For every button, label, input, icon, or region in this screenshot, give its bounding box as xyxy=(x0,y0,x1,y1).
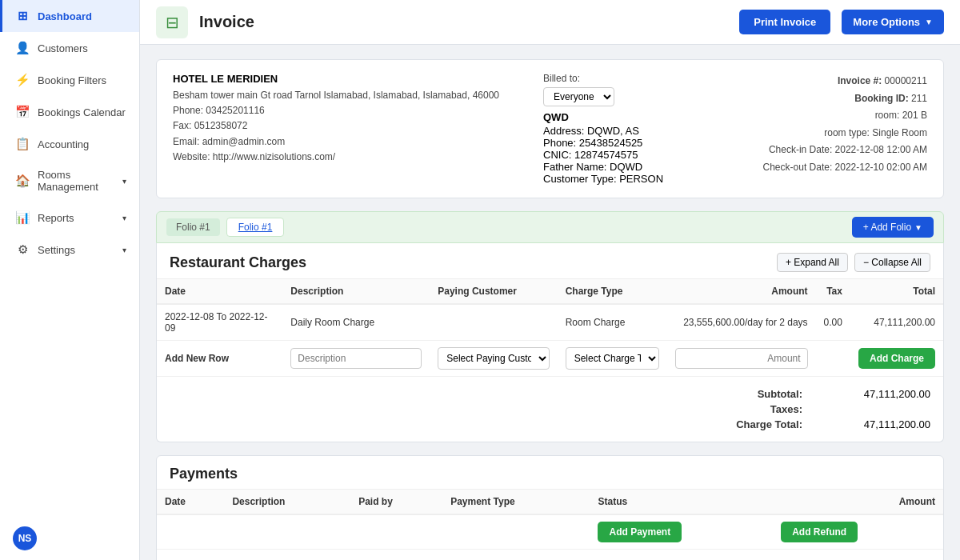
print-invoice-button[interactable]: Print Invoice xyxy=(739,10,830,34)
charges-table: Date Description Paying Customer Charge … xyxy=(157,279,943,377)
add-refund-button[interactable]: Add Refund xyxy=(781,522,858,542)
charge-type: Room Charge xyxy=(558,304,668,341)
taxes-value xyxy=(834,403,930,415)
pay-col-date: Date xyxy=(157,490,224,514)
booking-id-label: Booking ID: xyxy=(854,93,908,104)
sidebar-label-customers: Customers xyxy=(38,42,88,54)
payment-actions-row: Add Payment Add Refund xyxy=(157,514,943,550)
amount-input[interactable] xyxy=(675,348,807,369)
booking-id-row: Booking ID: 211 xyxy=(719,90,927,108)
charges-title: Restaurant Charges xyxy=(170,254,306,271)
charge-paying-customer xyxy=(430,304,557,341)
col-paying-customer: Paying Customer xyxy=(430,279,557,304)
sidebar-item-reports[interactable]: 📊 Reports ▾ xyxy=(0,202,139,234)
page-title: Invoice xyxy=(199,13,728,31)
room-type-row: room type: Single Room xyxy=(719,125,927,142)
chevron-icon: ▾ xyxy=(122,246,126,254)
charge-tax: 0.00 xyxy=(816,304,850,341)
payment-total-row: Payment Total: 0.00 xyxy=(157,550,943,560)
charges-section: Restaurant Charges + Expand All − Collap… xyxy=(156,243,944,442)
sidebar-item-dashboard[interactable]: ⊞ Dashboard xyxy=(0,0,139,32)
customer-address: Address: DQWD, AS xyxy=(543,125,703,137)
folio-tab-link[interactable]: Folio #1 xyxy=(226,218,285,237)
add-charge-cell: Add Charge xyxy=(850,341,943,377)
checkin-row: Check-in Date: 2022-12-08 12:00 AM xyxy=(719,142,927,159)
sidebar-item-booking-filters[interactable]: ⚡ Booking Filters xyxy=(0,64,139,96)
add-refund-cell: Add Refund xyxy=(773,514,943,550)
folio-tabs: Folio #1 Folio #1 + Add Folio xyxy=(156,211,944,243)
add-folio-button[interactable]: + Add Folio xyxy=(852,217,934,238)
room-row: room: 201 B xyxy=(719,107,927,125)
billed-to-label: Billed to: xyxy=(543,73,703,84)
expand-all-button[interactable]: + Expand All xyxy=(777,253,848,272)
billed-to-select[interactable]: Everyone xyxy=(543,87,614,106)
charge-type-select[interactable]: Select Charge T xyxy=(566,347,660,370)
col-charge-type: Charge Type xyxy=(558,279,668,304)
col-date: Date xyxy=(157,279,282,304)
sidebar-item-bookings-calendar[interactable]: 📅 Bookings Calendar xyxy=(0,96,139,128)
payments-section: Payments Date Description Paid by Paymen… xyxy=(156,455,944,560)
add-charge-button[interactable]: Add Charge xyxy=(858,348,935,369)
settings-icon: ⚙ xyxy=(15,242,30,257)
customer-cnic: CNIC: 12874574575 xyxy=(543,149,703,161)
sidebar-label-rooms-management: Rooms Management xyxy=(38,169,114,193)
booking-filters-icon: ⚡ xyxy=(15,73,30,87)
taxes-row: Taxes: xyxy=(170,402,930,417)
sidebar-label-accounting: Accounting xyxy=(38,138,89,150)
col-description: Description xyxy=(282,279,430,304)
invoice-icon: ⊟ xyxy=(156,6,188,38)
user-avatar: NS xyxy=(13,526,37,550)
invoice-info-section: HOTEL LE MERIDIEN Besham tower main Gt r… xyxy=(156,59,944,198)
table-row: 2022-12-08 To 2022-12-09 Daily Room Char… xyxy=(157,304,943,341)
checkout-row: Check-out Date: 2022-12-10 02:00 AM xyxy=(719,159,927,177)
pay-col-payment-type: Payment Type xyxy=(442,490,590,514)
more-options-button[interactable]: More Options xyxy=(842,10,944,34)
rooms-management-icon: 🏠 xyxy=(15,174,30,188)
charge-amount: 23,555,600.00/day for 2 days xyxy=(667,304,815,341)
taxes-label: Taxes: xyxy=(698,403,802,415)
pay-col-amount: Amount xyxy=(773,490,943,514)
reports-icon: 📊 xyxy=(15,210,30,225)
chevron-icon: ▾ xyxy=(122,214,126,222)
payments-title: Payments xyxy=(157,456,943,490)
invoice-number-value: 00000211 xyxy=(885,75,927,86)
sidebar-item-settings[interactable]: ⚙ Settings ▾ xyxy=(0,234,139,266)
subtotal-value: 47,111,200.00 xyxy=(834,388,930,400)
col-amount: Amount xyxy=(667,279,815,304)
chevron-icon: ▾ xyxy=(122,177,126,186)
sidebar-item-rooms-management[interactable]: 🏠 Rooms Management ▾ xyxy=(0,160,139,202)
pay-col-status: Status xyxy=(590,490,773,514)
sidebar-label-reports: Reports xyxy=(38,212,74,224)
sidebar-item-customers[interactable]: 👤 Customers xyxy=(0,32,139,64)
paying-customer-select[interactable]: Select Paying Custo xyxy=(438,347,549,370)
sidebar: ⊞ Dashboard 👤 Customers ⚡ Booking Filter… xyxy=(0,0,140,560)
add-row-label: Add New Row xyxy=(157,341,282,377)
col-total: Total xyxy=(850,279,943,304)
subtotal-label: Subtotal: xyxy=(698,388,802,400)
customer-father: Father Name: DQWD xyxy=(543,161,703,173)
pay-col-description: Description xyxy=(224,490,350,514)
charges-header: Restaurant Charges + Expand All − Collap… xyxy=(157,243,943,279)
invoice-number-row: Invoice #: 00000211 xyxy=(719,73,927,90)
charge-total-label: Charge Total: xyxy=(698,418,802,430)
sidebar-item-accounting[interactable]: 📋 Accounting xyxy=(0,128,139,160)
sidebar-label-booking-filters: Booking Filters xyxy=(38,74,106,86)
page-content: HOTEL LE MERIDIEN Besham tower main Gt r… xyxy=(140,45,960,560)
add-new-row: Add New Row Select Paying Custo Select C… xyxy=(157,341,943,377)
hotel-info: HOTEL LE MERIDIEN Besham tower main Gt r… xyxy=(173,73,527,185)
invoice-details: Invoice #: 00000211 Booking ID: 211 room… xyxy=(719,73,927,185)
new-row-amount-cell xyxy=(667,341,815,377)
charge-date: 2022-12-08 To 2022-12-09 xyxy=(157,304,282,341)
bookings-calendar-icon: 📅 xyxy=(15,105,30,119)
hotel-phone: Phone: 03425201116 xyxy=(173,103,527,118)
description-input[interactable] xyxy=(290,348,422,369)
charge-description: Daily Room Charge xyxy=(282,304,430,341)
pay-col-paid-by: Paid by xyxy=(350,490,442,514)
payments-table: Date Description Paid by Payment Type St… xyxy=(157,490,943,550)
charge-total: 47,111,200.00 xyxy=(850,304,943,341)
main-content: ⊟ Invoice Print Invoice More Options HOT… xyxy=(140,0,960,560)
add-payment-button[interactable]: Add Payment xyxy=(598,522,682,542)
collapse-all-button[interactable]: − Collapse All xyxy=(854,253,930,272)
customers-icon: 👤 xyxy=(15,41,30,55)
sidebar-label-dashboard: Dashboard xyxy=(38,10,92,22)
